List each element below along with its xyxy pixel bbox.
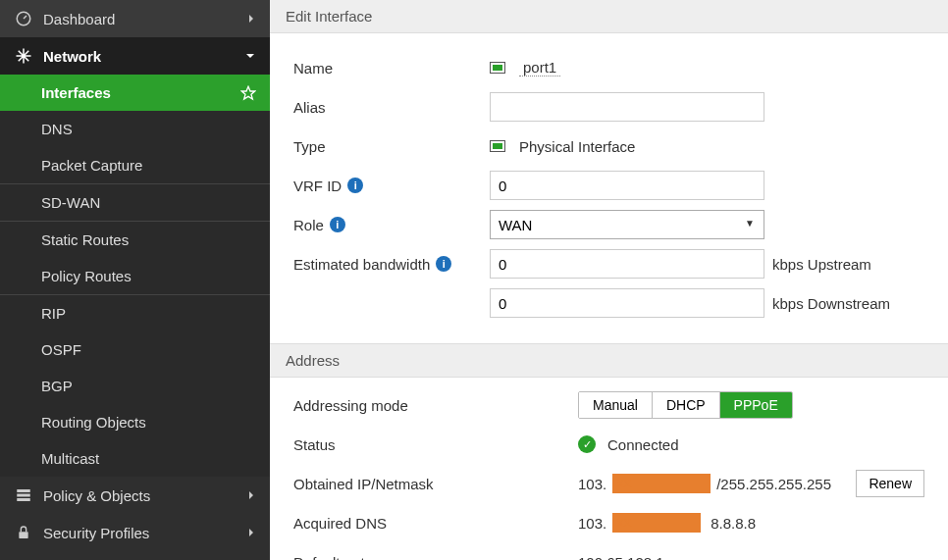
lock-icon xyxy=(14,524,33,541)
nav-network[interactable]: Network xyxy=(0,37,270,75)
addressing-mode-group: Manual DHCP PPPoE xyxy=(578,391,793,419)
gw-label: Default gateway xyxy=(293,554,578,561)
dashboard-icon xyxy=(14,10,33,27)
bw-up-input[interactable] xyxy=(490,249,764,279)
nav-label: Dashboard xyxy=(43,11,115,27)
bw-up-unit: kbps Upstream xyxy=(772,256,871,273)
vrf-label: VRF ID xyxy=(293,178,342,194)
mode-dhcp-button[interactable]: DHCP xyxy=(653,392,720,418)
form-area: Name port1 Alias Type Physical Interface… xyxy=(270,33,948,337)
nav-multicast[interactable]: Multicast xyxy=(0,440,270,477)
nav-security-profiles[interactable]: Security Profiles xyxy=(0,514,270,551)
nav-label: OSPF xyxy=(41,341,81,358)
nav-routing-objects[interactable]: Routing Objects xyxy=(0,404,270,440)
svg-rect-4 xyxy=(19,532,27,538)
port-icon xyxy=(490,62,505,74)
nav-label: RIP xyxy=(41,305,66,322)
nav-ospf[interactable]: OSPF xyxy=(0,331,270,368)
nav-dashboard[interactable]: Dashboard xyxy=(0,0,270,37)
role-label: Role xyxy=(293,217,324,233)
nav-label: Policy & Objects xyxy=(43,487,150,504)
nav-label: Static Routes xyxy=(41,231,129,248)
star-icon xyxy=(240,85,256,101)
type-label: Type xyxy=(293,138,490,155)
ip-suffix: /255.255.255.255 xyxy=(716,476,831,492)
vrf-input[interactable] xyxy=(490,171,764,200)
alias-label: Alias xyxy=(293,99,490,116)
nav-interfaces[interactable]: Interfaces xyxy=(0,75,270,111)
svg-rect-1 xyxy=(17,489,30,492)
nav-label: Packet Capture xyxy=(41,157,142,174)
status-value: Connected xyxy=(607,436,679,453)
svg-rect-3 xyxy=(17,498,30,501)
nav-label: Multicast xyxy=(41,450,99,467)
nav-dns[interactable]: DNS xyxy=(0,111,270,147)
nav-label: Security Profiles xyxy=(43,525,149,541)
policy-icon xyxy=(14,486,33,504)
role-select[interactable]: WAN xyxy=(490,210,764,239)
nav-bgp[interactable]: BGP xyxy=(0,368,270,404)
svg-rect-2 xyxy=(17,494,30,497)
info-icon[interactable]: i xyxy=(436,256,451,272)
nav-label: Routing Objects xyxy=(41,414,146,431)
check-icon: ✓ xyxy=(578,435,596,453)
ip-label: Obtained IP/Netmask xyxy=(293,476,578,492)
chevron-right-icon xyxy=(246,528,256,537)
main-content: Edit Interface Name port1 Alias Type Phy… xyxy=(270,0,948,560)
nav-label: DNS xyxy=(41,121,73,137)
page-title: Edit Interface xyxy=(270,0,948,33)
info-icon[interactable]: i xyxy=(330,217,345,232)
alias-input[interactable] xyxy=(490,92,764,122)
address-section-header: Address xyxy=(270,343,948,378)
nav-policy-routes[interactable]: Policy Routes xyxy=(0,258,270,294)
bw-down-unit: kbps Downstream xyxy=(772,295,890,312)
chevron-down-icon xyxy=(244,51,256,61)
dns-suffix: 8.8.8.8 xyxy=(711,515,756,532)
port-icon xyxy=(490,140,505,152)
bw-down-input[interactable] xyxy=(490,288,764,318)
ip-prefix: 103. xyxy=(578,476,606,492)
gw-value: 100.65.128.1 xyxy=(578,554,664,561)
dns-label: Acquired DNS xyxy=(293,515,578,532)
type-value: Physical Interface xyxy=(519,138,635,155)
chevron-right-icon xyxy=(246,14,256,24)
nav-label: Interfaces xyxy=(41,84,111,101)
mode-pppoe-button[interactable]: PPPoE xyxy=(720,392,792,418)
bw-label: Estimated bandwidth xyxy=(293,256,430,273)
mode-manual-button[interactable]: Manual xyxy=(579,392,653,418)
nav-packet-capture[interactable]: Packet Capture xyxy=(0,147,270,183)
nav-label: SD-WAN xyxy=(41,194,100,211)
mode-label: Addressing mode xyxy=(293,397,578,414)
redacted-ip: xx xyxy=(612,474,711,493)
sidebar: Dashboard Network Interfaces DNS Packet … xyxy=(0,0,270,560)
name-value: port1 xyxy=(519,59,560,76)
status-label: Status xyxy=(293,436,578,453)
chevron-right-icon xyxy=(246,490,256,500)
nav-rip[interactable]: RIP xyxy=(0,295,270,331)
address-area: Addressing mode Manual DHCP PPPoE Status… xyxy=(270,378,948,560)
network-icon xyxy=(14,47,33,65)
nav-label: BGP xyxy=(41,378,73,394)
nav-label: Policy Routes xyxy=(41,268,132,284)
nav-label: Network xyxy=(43,48,101,65)
renew-button[interactable]: Renew xyxy=(856,470,924,497)
nav-policy-objects[interactable]: Policy & Objects xyxy=(0,477,270,514)
nav-network-submenu: Interfaces DNS Packet Capture SD-WAN Sta… xyxy=(0,75,270,477)
nav-vpn[interactable]: VPN xyxy=(0,551,270,560)
dns-prefix: 103. xyxy=(578,515,606,532)
name-label: Name xyxy=(293,60,490,76)
redacted-dns: xx xyxy=(612,513,701,533)
info-icon[interactable]: i xyxy=(347,178,363,193)
nav-sd-wan[interactable]: SD-WAN xyxy=(0,184,270,221)
nav-static-routes[interactable]: Static Routes xyxy=(0,222,270,258)
